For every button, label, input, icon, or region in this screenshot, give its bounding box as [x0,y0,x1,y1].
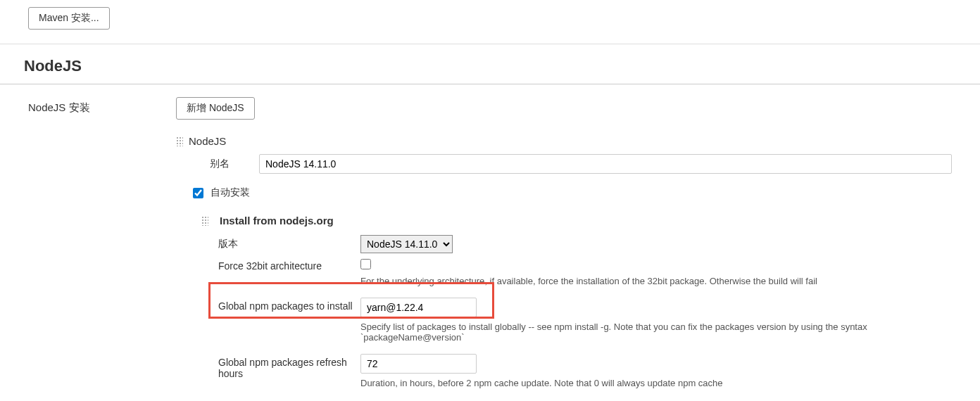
auto-install-label: 自动安装 [211,186,250,199]
add-nodejs-button[interactable]: 新增 NodeJS [176,97,255,120]
global-packages-label: Global npm packages to install [201,298,360,312]
tool-name-label: NodeJS [189,135,226,147]
refresh-hours-label: Global npm packages refresh hours [201,354,360,379]
alias-label: 别名 [176,158,259,170]
nodejs-section-header: NodeJS [0,44,980,84]
global-packages-input[interactable] [360,298,477,317]
force32-label: Force 32bit architecture [201,257,360,272]
nodejs-install-label: NodeJS 安装 [28,97,176,115]
version-select[interactable]: NodeJS 14.11.0 [360,235,453,253]
drag-handle-icon[interactable] [201,216,208,226]
nodejs-title: NodeJS [24,57,956,75]
installer-block: Install from nodejs.org 版本 NodeJS 14.11.… [176,215,952,395]
refresh-hours-input[interactable] [360,354,477,374]
version-label: 版本 [201,235,360,250]
installer-title: Install from nodejs.org [220,215,334,227]
maven-section: Maven 安装... [0,0,980,44]
force32-checkbox[interactable] [360,259,371,269]
refresh-hours-help: Duration, in hours, before 2 npm cache u… [360,378,952,388]
nodejs-section-body: NodeJS 安装 新增 NodeJS NodeJS 别名 自动安装 [0,84,980,401]
global-packages-help: Specify list of packages to install glob… [360,322,952,343]
alias-input[interactable] [259,154,952,174]
auto-install-checkbox[interactable] [193,188,203,198]
force32-help: For the underlying architecture, if avai… [360,276,952,286]
nodejs-tool-block: NodeJS 别名 自动安装 Install f [176,135,952,395]
drag-handle-icon[interactable] [176,136,183,146]
maven-install-button[interactable]: Maven 安装... [28,7,110,30]
